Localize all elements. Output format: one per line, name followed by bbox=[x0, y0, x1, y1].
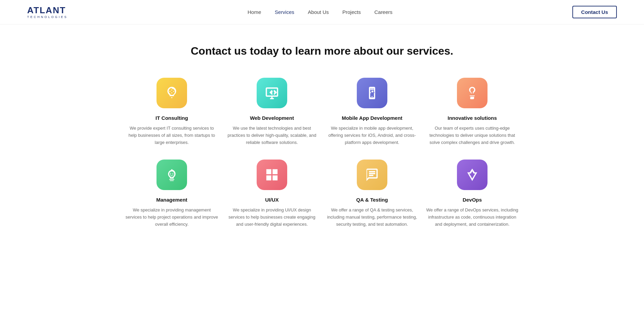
nav-item-home[interactable]: Home bbox=[247, 9, 261, 15]
service-card-uiux: UI/UX We specialize in providing UI/UX d… bbox=[225, 160, 319, 228]
it-consulting-icon bbox=[157, 78, 187, 108]
page-title: Contact us today to learn more about our… bbox=[125, 45, 519, 57]
uiux-title: UI/UX bbox=[265, 197, 279, 203]
devops-title: DevOps bbox=[463, 197, 482, 203]
management-icon bbox=[157, 160, 187, 190]
nav-links: Home Services About Us Projects Careers bbox=[247, 9, 392, 15]
web-dev-icon bbox=[257, 78, 287, 108]
navbar: ATLANT TECHNOLOGIES Home Services About … bbox=[0, 0, 644, 24]
web-dev-title: Web Development bbox=[250, 115, 294, 121]
service-card-devops: DevOps We offer a range of DevOps servic… bbox=[426, 160, 519, 228]
devops-desc: We offer a range of DevOps services, inc… bbox=[426, 207, 519, 228]
management-desc: We specialize in providing management se… bbox=[125, 207, 219, 228]
service-card-mobile: Mobile App Development We specialize in … bbox=[326, 78, 419, 146]
devops-icon bbox=[457, 160, 487, 190]
service-card-web-dev: Web Development We use the latest techno… bbox=[225, 78, 319, 146]
nav-item-about[interactable]: About Us bbox=[308, 9, 329, 15]
qa-desc: We offer a range of QA & testing service… bbox=[326, 207, 419, 228]
innovative-desc: Our team of experts uses cutting-edge te… bbox=[426, 125, 519, 146]
service-card-it-consulting: IT Consulting We provide expert IT consu… bbox=[125, 78, 219, 146]
logo-name: ATLANT bbox=[27, 6, 68, 15]
it-consulting-desc: We provide expert IT consulting services… bbox=[125, 125, 219, 146]
mobile-icon bbox=[357, 78, 387, 108]
main-content: Contact us today to learn more about our… bbox=[118, 24, 526, 255]
logo: ATLANT TECHNOLOGIES bbox=[27, 6, 68, 19]
qa-title: QA & Testing bbox=[356, 197, 388, 203]
qa-icon bbox=[357, 160, 387, 190]
uiux-desc: We specialize in providing UI/UX design … bbox=[225, 207, 319, 228]
innovative-icon bbox=[457, 78, 487, 108]
web-dev-desc: We use the latest technologies and best … bbox=[225, 125, 319, 146]
logo-sub: TECHNOLOGIES bbox=[27, 15, 68, 19]
services-grid: IT Consulting We provide expert IT consu… bbox=[125, 78, 519, 228]
innovative-title: Innovative solutions bbox=[447, 115, 497, 121]
service-card-management: Management We specialize in providing ma… bbox=[125, 160, 219, 228]
service-card-qa: QA & Testing We offer a range of QA & te… bbox=[326, 160, 419, 228]
nav-item-careers[interactable]: Careers bbox=[374, 9, 392, 15]
management-title: Management bbox=[156, 197, 187, 203]
it-consulting-title: IT Consulting bbox=[155, 115, 188, 121]
mobile-title: Mobile App Development bbox=[342, 115, 403, 121]
nav-item-projects[interactable]: Projects bbox=[343, 9, 361, 15]
uiux-icon bbox=[257, 160, 287, 190]
mobile-desc: We specialize in mobile app development,… bbox=[326, 125, 419, 146]
nav-item-services[interactable]: Services bbox=[275, 9, 294, 15]
contact-us-button[interactable]: Contact Us bbox=[572, 6, 617, 18]
service-card-innovative: Innovative solutions Our team of experts… bbox=[426, 78, 519, 146]
